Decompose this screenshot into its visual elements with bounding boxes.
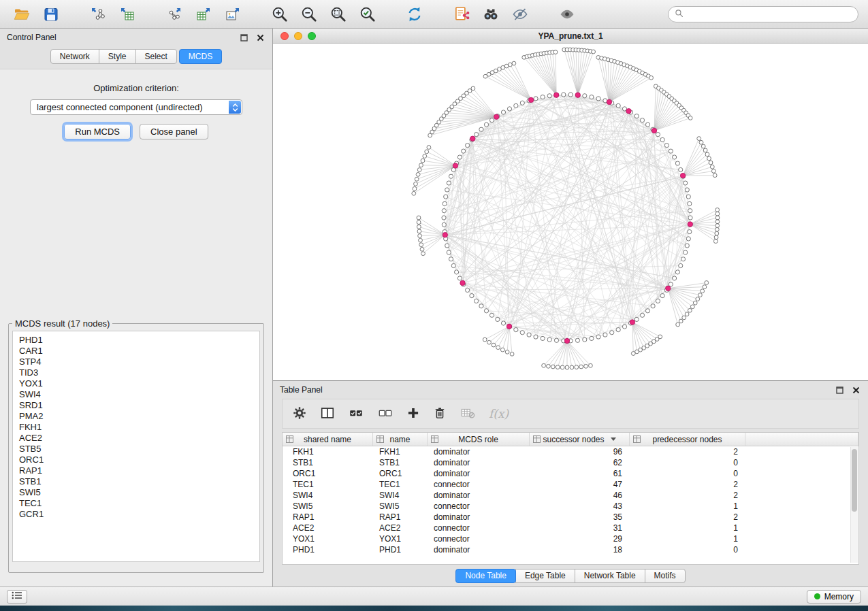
- network-node[interactable]: [547, 364, 551, 368]
- network-node[interactable]: [445, 188, 449, 192]
- export-table-button[interactable]: [191, 3, 216, 25]
- result-list-item[interactable]: ACE2: [19, 433, 253, 444]
- network-node[interactable]: [716, 224, 720, 228]
- network-node[interactable]: [419, 243, 423, 247]
- close-table-panel-button[interactable]: [850, 384, 861, 395]
- network-node[interactable]: [669, 282, 673, 286]
- network-node[interactable]: [693, 301, 697, 305]
- network-node[interactable]: [596, 335, 600, 339]
- network-node[interactable]: [664, 144, 669, 148]
- network-node[interactable]: [710, 165, 714, 169]
- column-header-successor-nodes[interactable]: successor nodes: [530, 433, 630, 446]
- network-node[interactable]: [551, 365, 555, 369]
- result-list-item[interactable]: STP4: [19, 357, 253, 367]
- network-node[interactable]: [414, 182, 418, 186]
- mcds-node[interactable]: [564, 338, 569, 343]
- mcds-node[interactable]: [470, 136, 475, 141]
- result-list-item[interactable]: GCR1: [19, 509, 253, 520]
- float-panel-button[interactable]: [238, 32, 249, 43]
- network-node[interactable]: [684, 250, 688, 254]
- network-node[interactable]: [475, 299, 479, 303]
- network-node[interactable]: [634, 114, 639, 118]
- network-node[interactable]: [645, 122, 649, 127]
- table-row[interactable]: RAP1RAP1dominator352: [283, 512, 858, 523]
- network-node[interactable]: [447, 250, 451, 254]
- find-button[interactable]: [479, 3, 503, 25]
- network-node[interactable]: [684, 181, 688, 185]
- network-node[interactable]: [570, 365, 574, 369]
- close-panel-button[interactable]: [255, 32, 266, 43]
- network-node[interactable]: [489, 118, 494, 122]
- network-node[interactable]: [697, 137, 701, 141]
- network-node[interactable]: [416, 173, 420, 177]
- network-node[interactable]: [527, 333, 531, 337]
- result-list-item[interactable]: FKH1: [19, 422, 253, 433]
- mcds-node[interactable]: [652, 128, 656, 133]
- network-node[interactable]: [547, 337, 551, 342]
- result-list-item[interactable]: SWI5: [19, 487, 253, 498]
- network-node[interactable]: [489, 313, 494, 317]
- share-document-button[interactable]: [449, 3, 474, 25]
- network-graph[interactable]: [273, 44, 865, 380]
- network-node[interactable]: [676, 323, 680, 327]
- network-node[interactable]: [417, 168, 421, 172]
- status-menu-button[interactable]: [7, 590, 27, 604]
- network-node[interactable]: [673, 276, 677, 280]
- network-node[interactable]: [554, 338, 558, 342]
- network-node[interactable]: [423, 154, 427, 159]
- table-row[interactable]: SWI4SWI4dominator462: [283, 490, 858, 501]
- network-node[interactable]: [484, 309, 488, 313]
- network-node[interactable]: [512, 61, 516, 65]
- network-node[interactable]: [417, 225, 421, 229]
- network-node[interactable]: [688, 308, 692, 312]
- network-node[interactable]: [449, 257, 453, 261]
- network-node[interactable]: [501, 321, 505, 325]
- network-node[interactable]: [417, 216, 421, 220]
- network-node[interactable]: [675, 161, 679, 165]
- table-row[interactable]: ACE2ACE2connector311: [283, 523, 858, 533]
- tab-edge-table[interactable]: Edge Table: [515, 569, 575, 583]
- network-node[interactable]: [716, 216, 720, 220]
- tab-network[interactable]: Network: [50, 49, 99, 64]
- result-list-item[interactable]: STB1: [19, 476, 253, 487]
- result-list-item[interactable]: STB5: [19, 444, 253, 455]
- network-node[interactable]: [610, 331, 614, 335]
- network-node[interactable]: [713, 240, 718, 244]
- network-node[interactable]: [589, 363, 593, 367]
- network-node[interactable]: [713, 174, 717, 178]
- result-list-item[interactable]: PHD1: [19, 335, 253, 346]
- network-node[interactable]: [592, 50, 596, 54]
- result-list-item[interactable]: SWI4: [19, 389, 253, 400]
- export-image-button[interactable]: [221, 3, 245, 25]
- import-table-button[interactable]: [115, 3, 140, 25]
- table-row[interactable]: YOX1YOX1connector291: [283, 533, 858, 544]
- network-node[interactable]: [442, 222, 446, 227]
- network-node[interactable]: [417, 229, 421, 233]
- network-node[interactable]: [457, 276, 462, 280]
- select-all-button[interactable]: [348, 403, 364, 424]
- network-node[interactable]: [496, 317, 500, 321]
- network-node[interactable]: [443, 201, 447, 205]
- tab-motifs[interactable]: Motifs: [645, 569, 686, 583]
- network-node[interactable]: [500, 348, 504, 352]
- network-node[interactable]: [507, 107, 511, 111]
- network-node[interactable]: [656, 299, 660, 303]
- network-node[interactable]: [445, 244, 449, 248]
- network-node[interactable]: [442, 216, 446, 220]
- result-list-item[interactable]: TEC1: [19, 498, 253, 509]
- network-node[interactable]: [565, 365, 569, 369]
- network-node[interactable]: [444, 195, 448, 199]
- delete-table-button[interactable]: [460, 403, 476, 424]
- memory-button[interactable]: Memory: [807, 590, 861, 604]
- network-node[interactable]: [541, 336, 545, 340]
- network-node[interactable]: [701, 289, 705, 293]
- network-node[interactable]: [575, 365, 579, 369]
- network-node[interactable]: [466, 288, 470, 292]
- scrollbar-thumb[interactable]: [852, 449, 857, 512]
- network-node[interactable]: [457, 155, 462, 159]
- mcds-node[interactable]: [460, 280, 465, 285]
- network-node[interactable]: [421, 159, 425, 163]
- column-visibility-button[interactable]: [320, 403, 335, 424]
- tab-network-table[interactable]: Network Table: [575, 569, 645, 583]
- network-node[interactable]: [425, 150, 429, 154]
